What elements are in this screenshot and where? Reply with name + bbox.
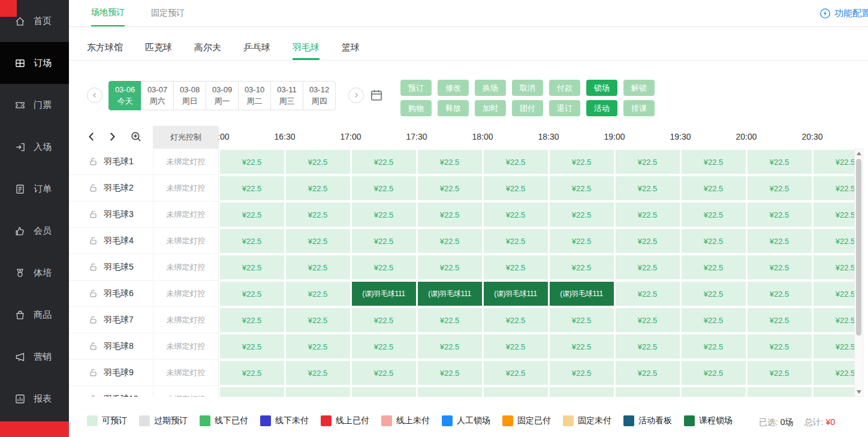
price-slot-cell[interactable]: ¥22.5 (550, 203, 614, 227)
sidebar-item-tickets[interactable]: 门票 (0, 84, 69, 126)
booked-slot-cell[interactable]: (课)羽毛球111 (418, 282, 482, 306)
price-slot-cell[interactable]: ¥22.5 (813, 334, 855, 358)
price-slot-cell[interactable]: ¥22.5 (550, 176, 614, 200)
booked-slot-cell[interactable]: (课)羽毛球111 (484, 282, 548, 306)
price-slot-cell[interactable]: ¥22.5 (352, 176, 416, 200)
action-group-pay-button[interactable]: 团付 (512, 100, 543, 116)
price-slot-cell[interactable]: ¥22.5 (484, 176, 548, 200)
sidebar-item-marketing[interactable]: 营销 (0, 336, 69, 378)
price-slot-cell[interactable]: ¥22.5 (616, 334, 680, 358)
price-slot-cell[interactable]: ¥22.5 (616, 282, 680, 306)
lock-open-icon[interactable] (88, 183, 98, 193)
date-card-03-12[interactable]: 03-12周四 (303, 81, 336, 110)
price-slot-cell[interactable]: ¥22.5 (286, 282, 350, 306)
price-slot-cell[interactable]: ¥22.5 (220, 387, 284, 397)
price-slot-cell[interactable]: ¥22.5 (616, 203, 680, 227)
booked-slot-cell[interactable]: (课)羽毛球111 (352, 282, 416, 306)
price-slot-cell[interactable]: ¥22.5 (220, 308, 284, 332)
price-slot-cell[interactable]: ¥22.5 (286, 334, 350, 358)
lock-open-icon[interactable] (88, 236, 98, 246)
lock-open-icon[interactable] (88, 262, 98, 272)
action-modify-button[interactable]: 修改 (438, 80, 469, 96)
sidebar-item-training[interactable]: 体培 (0, 252, 69, 294)
price-slot-cell[interactable]: ¥22.5 (550, 308, 614, 332)
price-slot-cell[interactable]: ¥22.5 (813, 229, 855, 253)
action-release-button[interactable]: 释放 (438, 100, 469, 116)
price-slot-cell[interactable]: ¥22.5 (748, 361, 812, 385)
action-unlock-button[interactable]: 解锁 (623, 80, 655, 96)
venue-tab-table-tennis[interactable]: 乒乓球 (243, 35, 270, 60)
price-slot-cell[interactable]: ¥22.5 (418, 176, 482, 200)
price-slot-cell[interactable]: ¥22.5 (286, 255, 350, 279)
price-slot-cell[interactable]: ¥22.5 (682, 176, 746, 200)
action-change-court-button[interactable]: 换场 (475, 80, 506, 96)
price-slot-cell[interactable]: ¥22.5 (286, 203, 350, 227)
price-slot-cell[interactable]: ¥22.5 (813, 255, 855, 279)
feature-config-button[interactable]: 功能配置 (819, 0, 868, 26)
price-slot-cell[interactable]: ¥22.5 (352, 361, 416, 385)
price-slot-cell[interactable]: ¥22.5 (484, 387, 548, 397)
price-slot-cell[interactable]: ¥22.5 (286, 150, 350, 174)
price-slot-cell[interactable]: ¥22.5 (748, 150, 812, 174)
price-slot-cell[interactable]: ¥22.5 (220, 229, 284, 253)
price-slot-cell[interactable]: ¥22.5 (418, 150, 482, 174)
price-slot-cell[interactable]: ¥22.5 (484, 361, 548, 385)
price-slot-cell[interactable]: ¥22.5 (748, 176, 812, 200)
price-slot-cell[interactable]: ¥22.5 (286, 361, 350, 385)
price-slot-cell[interactable]: ¥22.5 (550, 334, 614, 358)
price-slot-cell[interactable]: ¥22.5 (418, 361, 482, 385)
price-slot-cell[interactable]: ¥22.5 (813, 176, 855, 200)
price-slot-cell[interactable]: ¥22.5 (682, 361, 746, 385)
price-slot-cell[interactable]: ¥22.5 (813, 203, 855, 227)
action-activity-button[interactable]: 活动 (586, 100, 617, 116)
price-slot-cell[interactable]: ¥22.5 (418, 255, 482, 279)
price-slot-cell[interactable]: ¥22.5 (682, 334, 746, 358)
lock-open-icon[interactable] (88, 315, 98, 325)
price-slot-cell[interactable]: ¥22.5 (748, 334, 812, 358)
price-slot-cell[interactable]: ¥22.5 (682, 255, 746, 279)
action-schedule-class-button[interactable]: 排课 (623, 100, 655, 116)
price-slot-cell[interactable]: ¥22.5 (220, 203, 284, 227)
price-slot-cell[interactable]: ¥22.5 (418, 334, 482, 358)
price-slot-cell[interactable]: ¥22.5 (682, 308, 746, 332)
lock-open-icon[interactable] (88, 156, 98, 167)
price-slot-cell[interactable]: ¥22.5 (220, 150, 284, 174)
calendar-picker-button[interactable] (370, 89, 383, 102)
sidebar-item-orders[interactable]: 订单 (0, 168, 69, 210)
price-slot-cell[interactable]: ¥22.5 (418, 308, 482, 332)
sidebar-item-members[interactable]: 会员 (0, 210, 69, 252)
price-slot-cell[interactable]: ¥22.5 (418, 387, 482, 397)
price-slot-cell[interactable]: ¥22.5 (484, 334, 548, 358)
sidebar-item-entry[interactable]: 入场 (0, 126, 69, 168)
date-card-03-09[interactable]: 03-09周一 (206, 81, 239, 110)
price-slot-cell[interactable]: ¥22.5 (616, 387, 680, 397)
price-slot-cell[interactable]: ¥22.5 (813, 387, 855, 397)
price-slot-cell[interactable]: ¥22.5 (484, 203, 548, 227)
date-card-03-07[interactable]: 03-07周六 (141, 81, 174, 110)
venue-tab-badminton[interactable]: 羽毛球 (293, 35, 320, 60)
price-slot-cell[interactable]: ¥22.5 (616, 361, 680, 385)
price-slot-cell[interactable]: ¥22.5 (616, 229, 680, 253)
sidebar-item-reports[interactable]: 报表 (0, 378, 69, 420)
date-prev-button[interactable] (87, 88, 103, 103)
price-slot-cell[interactable]: ¥22.5 (550, 255, 614, 279)
price-slot-cell[interactable]: ¥22.5 (484, 150, 548, 174)
price-slot-cell[interactable]: ¥22.5 (286, 229, 350, 253)
price-slot-cell[interactable]: ¥22.5 (352, 387, 416, 397)
lock-open-icon[interactable] (88, 367, 98, 378)
price-slot-cell[interactable]: ¥22.5 (484, 308, 548, 332)
price-slot-cell[interactable]: ¥22.5 (418, 203, 482, 227)
action-pay-button[interactable]: 付款 (549, 80, 580, 96)
price-slot-cell[interactable]: ¥22.5 (616, 255, 680, 279)
price-slot-cell[interactable]: ¥22.5 (352, 334, 416, 358)
price-slot-cell[interactable]: ¥22.5 (682, 387, 746, 397)
date-card-03-06[interactable]: 03-06今天 (108, 81, 141, 110)
scrollbar-thumb[interactable] (856, 159, 861, 336)
price-slot-cell[interactable]: ¥22.5 (682, 229, 746, 253)
price-slot-cell[interactable]: ¥22.5 (748, 387, 812, 397)
scroll-down-arrow[interactable] (855, 388, 863, 396)
price-slot-cell[interactable]: ¥22.5 (748, 308, 812, 332)
price-slot-cell[interactable]: ¥22.5 (220, 176, 284, 200)
action-refund-button[interactable]: 退订 (549, 100, 580, 116)
price-slot-cell[interactable]: ¥22.5 (352, 150, 416, 174)
